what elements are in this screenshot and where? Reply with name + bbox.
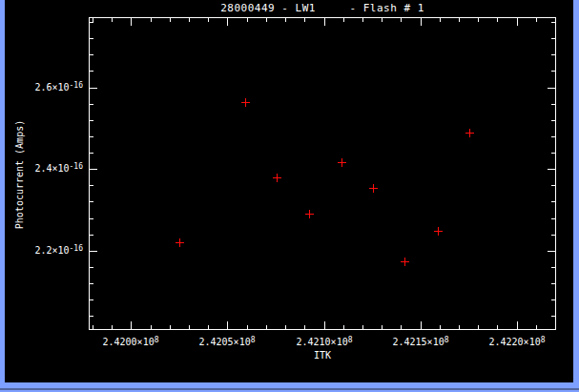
axis-tick [401, 325, 402, 329]
window-border-left [0, 0, 5, 382]
axis-tick [551, 120, 555, 121]
axis-tick [247, 325, 248, 329]
axis-tick [90, 71, 93, 72]
axis-tick [551, 267, 555, 268]
y-tick-label: 2.4×10-16 [0, 161, 83, 174]
axis-tick [551, 283, 555, 284]
axis-tick [90, 201, 93, 202]
axis-tick [555, 325, 556, 329]
axis-tick [343, 18, 344, 22]
chart-title: 28000449 - LW1 - Flash # 1 [89, 2, 556, 14]
axis-tick [551, 316, 555, 317]
axis-tick [285, 325, 286, 329]
axis-tick [548, 88, 555, 89]
data-point-marker [369, 184, 378, 193]
axis-tick [90, 169, 97, 170]
axis-tick [548, 251, 555, 252]
axis-tick [555, 18, 556, 22]
axis-tick [304, 325, 305, 329]
axis-tick [362, 18, 363, 22]
axis-tick [90, 267, 93, 268]
axis-tick [324, 18, 325, 26]
axis-tick [497, 18, 498, 22]
axis-tick [90, 38, 93, 39]
axis-tick [90, 54, 93, 55]
axis-tick [90, 22, 93, 23]
axis-tick [536, 18, 537, 22]
axis-tick [551, 54, 555, 55]
data-point-marker [176, 238, 184, 247]
plot-frame [89, 17, 556, 330]
axis-tick [551, 22, 555, 23]
axis-tick [131, 18, 132, 26]
x-tick-label: 2.4205×108 [198, 335, 255, 347]
window-border-groove [0, 388, 579, 390]
axis-tick [90, 104, 93, 105]
axis-tick [90, 185, 93, 186]
axis-tick [170, 18, 171, 22]
x-axis-title: ITK [89, 350, 556, 361]
axis-tick [551, 104, 555, 105]
y-tick-label: 2.6×10-16 [0, 80, 83, 93]
idl-plot-window: 28000449 - LW1 - Flash # 1 2.4200×1082.4… [0, 0, 579, 392]
y-axis-title: Photocurrent (Amps) [14, 120, 25, 229]
axis-tick [90, 88, 97, 89]
axis-tick [189, 325, 190, 329]
axis-tick [304, 18, 305, 22]
axis-tick [551, 201, 555, 202]
axis-tick [90, 136, 93, 137]
axis-tick [324, 321, 325, 329]
y-tick-label: 2.2×10-16 [0, 243, 83, 256]
axis-tick [90, 299, 93, 300]
axis-tick [551, 136, 555, 137]
axis-tick [227, 18, 228, 26]
x-tick-label: 2.4210×108 [296, 335, 352, 347]
axis-tick [93, 325, 93, 329]
axis-tick [421, 18, 422, 26]
data-point-marker [273, 174, 281, 182]
axis-tick [551, 38, 555, 39]
axis-tick [208, 325, 209, 329]
axis-tick [227, 321, 228, 329]
axis-tick [266, 325, 267, 329]
axis-tick [517, 18, 518, 26]
axis-tick [382, 325, 383, 329]
window-border-right [573, 0, 579, 382]
axis-tick [440, 325, 441, 329]
axis-tick [551, 153, 555, 154]
axis-tick [151, 18, 152, 22]
axis-tick [247, 18, 248, 22]
axis-tick [90, 251, 97, 252]
data-point-marker [434, 227, 443, 236]
axis-tick [90, 120, 93, 121]
x-tick-label: 2.4215×108 [392, 335, 448, 347]
axis-tick [170, 325, 171, 329]
axis-tick [551, 218, 555, 219]
axis-tick [90, 153, 93, 154]
data-point-marker [305, 210, 314, 218]
axis-tick [517, 321, 518, 329]
axis-tick [459, 18, 460, 22]
axis-tick [478, 325, 479, 329]
axis-tick [478, 18, 479, 22]
axis-tick [382, 18, 383, 22]
data-point-marker [241, 98, 250, 107]
axis-tick [131, 321, 132, 329]
axis-tick [401, 18, 402, 22]
axis-tick [90, 218, 93, 219]
axis-tick [343, 325, 344, 329]
axis-tick [551, 235, 555, 236]
axis-tick [440, 18, 441, 22]
axis-tick [421, 321, 422, 329]
axis-tick [551, 185, 555, 186]
axis-tick [536, 325, 537, 329]
axis-tick [551, 71, 555, 72]
data-point-marker [401, 258, 409, 266]
axis-tick [266, 18, 267, 22]
axis-tick [548, 169, 555, 170]
data-point-marker [338, 158, 346, 167]
x-tick-label: 2.4200×108 [102, 335, 158, 347]
axis-tick [285, 18, 286, 22]
axis-tick [551, 299, 555, 300]
axis-tick [459, 325, 460, 329]
